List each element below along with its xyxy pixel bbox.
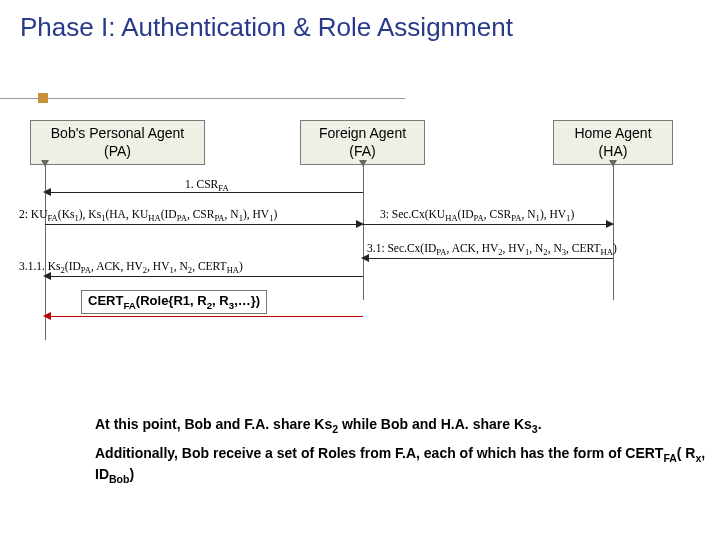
msg3-arrow <box>606 220 614 228</box>
msg1-arrow <box>43 188 51 196</box>
agent-ha-box: Home Agent (HA) <box>553 120 673 165</box>
cert-box: CERTFA(Role{R1, R2, R3,…}) <box>81 290 267 314</box>
footer-text: At this point, Bob and F.A. share Ks2 wh… <box>95 415 715 494</box>
footer-line2: Additionally, Bob receive a set of Roles… <box>95 444 715 486</box>
msg311-arrow <box>43 272 51 280</box>
agent-ha-name: Home Agent <box>574 125 651 141</box>
agent-fa-box: Foreign Agent (FA) <box>300 120 425 165</box>
msg311-label: 3.1.1. Ks2(IDPA, ACK, HV2, HV1, N2, CERT… <box>19 260 243 275</box>
lifeline-ha-arrow <box>609 160 617 167</box>
msg2-line <box>45 224 363 225</box>
lifeline-fa <box>363 160 364 300</box>
title-underline <box>0 98 405 99</box>
lifeline-fa-arrow <box>359 160 367 167</box>
slide-title: Phase I: Authentication & Role Assignmen… <box>0 0 720 43</box>
msg3-label: 3: Sec.Cx(KUHA(IDPA, CSRPA, N1), HV1) <box>380 208 574 223</box>
msg31-line <box>363 258 613 259</box>
cert-arrow <box>43 312 51 320</box>
msg1-label: 1. CSRFA <box>185 178 229 193</box>
agent-fa-name: Foreign Agent <box>319 125 406 141</box>
footer-line1: At this point, Bob and F.A. share Ks2 wh… <box>95 415 715 436</box>
cert-line <box>45 316 363 317</box>
lifeline-pa-arrow <box>41 160 49 167</box>
lifeline-ha <box>613 160 614 300</box>
msg31-label: 3.1: Sec.Cx(IDPA, ACK, HV2, HV1, N2, N3,… <box>367 242 617 257</box>
agent-fa-abbr: (FA) <box>349 143 375 159</box>
msg311-line <box>45 276 363 277</box>
agent-ha-abbr: (HA) <box>599 143 628 159</box>
agent-pa-box: Bob's Personal Agent (PA) <box>30 120 205 165</box>
msg1-line <box>45 192 363 193</box>
agent-pa-abbr: (PA) <box>104 143 131 159</box>
msg2-label: 2: KUFA(Ks1), Ks1(HA, KUHA(IDPA, CSRPA, … <box>19 208 277 223</box>
agent-pa-name: Bob's Personal Agent <box>51 125 184 141</box>
msg3-line <box>363 224 613 225</box>
title-bullet <box>38 93 48 103</box>
msg31-arrow <box>361 254 369 262</box>
sequence-diagram: Bob's Personal Agent (PA) Foreign Agent … <box>15 120 710 370</box>
